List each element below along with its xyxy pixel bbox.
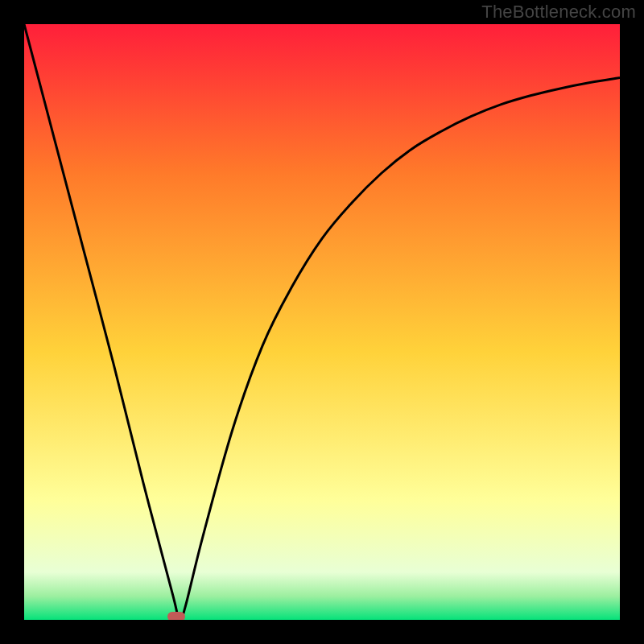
bottleneck-chart <box>24 24 620 620</box>
watermark-text: TheBottleneck.com <box>481 2 636 23</box>
plot-area <box>24 24 620 620</box>
chart-frame: TheBottleneck.com <box>0 0 644 644</box>
gradient-background <box>24 24 620 620</box>
optimal-point-marker <box>167 612 185 620</box>
